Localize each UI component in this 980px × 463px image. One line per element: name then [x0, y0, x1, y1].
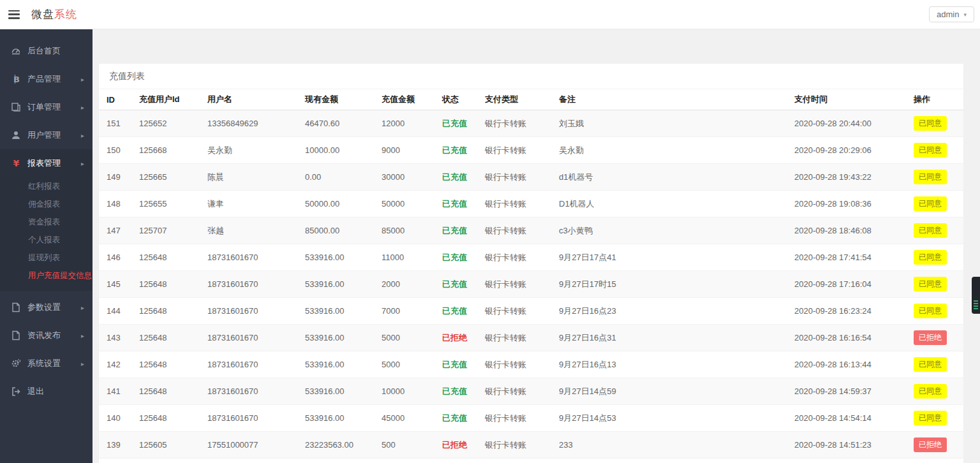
cell-action: 已同意 [906, 164, 963, 191]
sidebar-item-news[interactable]: 资讯发布▸ [0, 321, 93, 349]
cell-user_id: 125652 [131, 110, 200, 137]
cell-balance: 85000.00 [297, 217, 374, 244]
cell-balance: 533916.00 [297, 378, 374, 405]
cell-username: 13356849629 [200, 110, 297, 137]
cell-action: 已拒绝 [906, 459, 963, 463]
cell-pay_type: 银行卡转账 [477, 271, 551, 298]
cell-pay_time: 2020-09-28 19:43:22 [787, 164, 906, 191]
user-dropdown[interactable]: admin ▾ [929, 6, 974, 22]
action-button[interactable]: 已同意 [914, 384, 947, 399]
cell-user_id: 125648 [131, 378, 200, 405]
chevron-right-icon: ▸ [81, 160, 84, 167]
table-row: 14312564818731601670533916.005000已拒绝银行卡转… [99, 325, 963, 351]
chevron-right-icon: ▸ [81, 76, 84, 83]
sidebar-item-products[interactable]: B产品管理▸ [0, 65, 93, 93]
sidebar-item-dashboard[interactable]: 后台首页 [0, 37, 93, 65]
cell-amount: 85000 [374, 217, 434, 244]
submenu-item-withdraw-list[interactable]: 提现列表 [0, 249, 93, 267]
yen-icon: ¥ [11, 158, 21, 168]
cell-pay_type: 银行卡转账 [477, 217, 551, 244]
cell-username: 17551000077 [200, 459, 297, 463]
app-logo: 微盘系统 [31, 7, 77, 22]
status-badge: 已充值 [442, 172, 467, 182]
cell-username: 谦聿 [200, 191, 297, 217]
cell-status: 已充值 [434, 351, 477, 378]
sidebar-item-settings[interactable]: 系统设置▸ [0, 349, 93, 378]
cell-balance: 46470.60 [297, 110, 374, 137]
cell-id: 144 [99, 298, 131, 325]
cell-pay_time: 2020-09-28 18:46:08 [787, 217, 906, 244]
cell-id: 143 [99, 325, 131, 351]
cell-amount: 50000 [374, 191, 434, 217]
cell-pay_time: 2020-09-28 17:41:54 [787, 244, 906, 271]
cell-id: 149 [99, 164, 131, 191]
bitcoin-icon: B [11, 74, 21, 84]
column-header-pay_type: 支付类型 [477, 89, 551, 110]
action-button[interactable]: 已同意 [914, 143, 947, 158]
cell-user_id: 125648 [131, 244, 200, 271]
sidebar-item-users[interactable]: 用户管理▸ [0, 121, 93, 149]
action-button[interactable]: 已同意 [914, 223, 947, 238]
cell-action: 已同意 [906, 217, 963, 244]
gear-icon [11, 358, 21, 369]
status-badge: 已充值 [442, 119, 467, 128]
cell-action: 已同意 [906, 298, 963, 325]
cell-id: 146 [99, 244, 131, 271]
orders-icon [11, 102, 21, 112]
logo-text-primary: 微盘 [31, 8, 54, 20]
cell-status: 已充值 [434, 271, 477, 298]
cell-action: 已同意 [906, 191, 963, 217]
cell-action: 已同意 [906, 271, 963, 298]
column-header-status: 状态 [434, 89, 477, 110]
submenu-item-personal-report[interactable]: 个人报表 [0, 231, 93, 249]
logo-text-accent: 系统 [54, 8, 77, 20]
action-button[interactable]: 已同意 [914, 170, 947, 184]
submenu-item-funds-report[interactable]: 资金报表 [0, 213, 93, 231]
cell-remark: c3小黄鸭 [551, 217, 787, 244]
sidebar-item-logout[interactable]: 退出 [0, 378, 93, 406]
cell-action: 已同意 [906, 244, 963, 271]
action-button[interactable]: 已拒绝 [914, 437, 947, 452]
menu-toggle-icon[interactable] [8, 10, 20, 19]
caret-down-icon: ▾ [963, 11, 967, 18]
cell-status: 已拒绝 [434, 325, 477, 351]
cell-user_id: 125648 [131, 405, 200, 432]
status-badge: 已充值 [442, 306, 467, 316]
action-button[interactable]: 已同意 [914, 304, 947, 318]
submenu-item-bonus-report[interactable]: 红利报表 [0, 177, 93, 195]
cell-remark: 233 [551, 432, 787, 459]
cell-amount: 500 [374, 459, 434, 463]
cell-pay_time: 2020-09-28 20:29:06 [787, 137, 906, 164]
sidebar-item-params[interactable]: 参数设置▸ [0, 293, 93, 321]
cell-user_id: 125648 [131, 351, 200, 378]
cell-status: 已充值 [434, 378, 477, 405]
cell-remark: 9月27日16点23 [551, 298, 787, 325]
action-button[interactable]: 已同意 [914, 250, 947, 265]
cell-status: 已充值 [434, 137, 477, 164]
cell-pay_time: 2020-09-28 14:54:14 [787, 405, 906, 432]
action-button[interactable]: 已同意 [914, 277, 947, 291]
action-button[interactable]: 已同意 [914, 357, 947, 372]
floating-side-widget[interactable] [972, 277, 980, 314]
submenu-item-user-recharge-info[interactable]: 用户充值提交信息 [0, 267, 93, 284]
topbar: 微盘系统 admin ▾ [0, 0, 980, 29]
sidebar-item-orders[interactable]: 订单管理▸ [0, 93, 93, 121]
table-row: 14112564818731601670533916.0010000已充值银行卡… [99, 378, 963, 405]
action-button[interactable]: 已拒绝 [914, 330, 947, 345]
cell-pay_type: 银行卡转账 [477, 137, 551, 164]
sidebar-item-reports[interactable]: ¥报表管理▸ [0, 149, 93, 177]
cell-pay_time: 2020-09-28 16:23:24 [787, 298, 906, 325]
cell-status: 已充值 [434, 405, 477, 432]
submenu-item-commission-report[interactable]: 佣金报表 [0, 195, 93, 213]
action-button[interactable]: 已同意 [914, 196, 947, 211]
cell-amount: 10000 [374, 378, 434, 405]
cell-amount: 12000 [374, 110, 434, 137]
cell-balance: 23223563.00 [297, 432, 374, 459]
cell-user_id: 125648 [131, 271, 200, 298]
cell-id: 150 [99, 137, 131, 164]
recharge-table: ID充值用户Id用户名现有金额充值金额状态支付类型备注支付时间操作 151125… [99, 89, 963, 463]
action-button[interactable]: 已同意 [914, 116, 947, 131]
action-button[interactable]: 已同意 [914, 411, 947, 425]
sidebar-item-label: 用户管理 [27, 129, 61, 141]
doc-icon [11, 302, 21, 312]
